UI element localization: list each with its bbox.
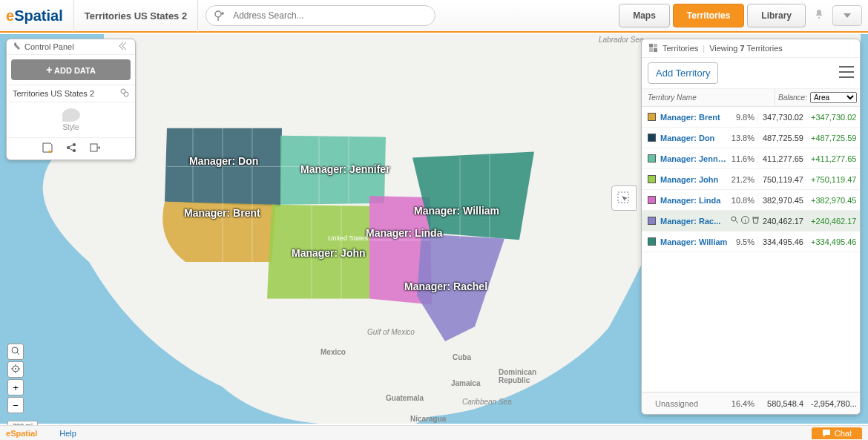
zoom-in-button[interactable]: +	[7, 379, 24, 395]
territory-pct: 9.8%	[728, 113, 757, 122]
territory-row[interactable]: Manager: Brenti9.8%347,730.02+347,730.02	[642, 107, 860, 128]
territory-row[interactable]: Manager: Jenniferi11.6%411,277.65+411,27…	[642, 148, 860, 169]
col-territory-name[interactable]: Territory Name	[642, 89, 775, 106]
svg-point-1	[818, 17, 820, 19]
unassigned-row: Unassigned 16.4% 580,548.4 -2,954,780...	[642, 392, 860, 414]
territories-panel: Territories | Viewing 7 Territories Add …	[641, 39, 861, 415]
territory-row[interactable]: Manager: Johni21.2%750,119.47+750,119.47	[642, 169, 860, 190]
unassigned-pct: 16.4%	[728, 399, 757, 408]
dataset-gear-icon[interactable]	[120, 88, 129, 99]
dataset-row[interactable]: Territories US States 2	[7, 85, 135, 102]
tab-maps[interactable]: Maps	[619, 4, 670, 27]
share-icon[interactable]	[66, 142, 76, 155]
crumb-root[interactable]: Territories	[662, 44, 698, 53]
territory-pct: 10.8%	[728, 196, 757, 205]
territory-name[interactable]: Manager: William	[660, 237, 728, 246]
zoom-controls: + −	[7, 344, 24, 413]
export-icon[interactable]	[90, 142, 100, 155]
logo-main: Spatial	[14, 7, 63, 24]
territory-value: 334,495.46	[757, 237, 806, 246]
territory-delta: +240,462.17	[806, 217, 860, 226]
save-icon[interactable]	[42, 142, 53, 155]
territory-name[interactable]: Manager: Linda	[660, 196, 728, 205]
territory-value: 382,970.45	[757, 196, 806, 205]
territory-delta: +750,119.47	[806, 175, 860, 184]
territory-name[interactable]: Manager: Jennifer	[660, 154, 728, 163]
territory-pct: 11.6%	[728, 154, 757, 163]
territory-delta: +487,725.59	[806, 134, 860, 142]
topbar: eSpatial Territories US States 2 Maps Te…	[0, 0, 868, 33]
panel-menu-icon[interactable]	[839, 65, 854, 82]
territory-name[interactable]: Manager: Rac...	[660, 217, 728, 226]
info-icon[interactable]: i	[741, 216, 749, 226]
territory-swatch	[648, 237, 656, 246]
dataset-name: Territories US States 2	[13, 89, 94, 98]
territory-name[interactable]: Manager: John	[660, 175, 728, 184]
crumb-viewing: Viewing 7 Territories	[709, 44, 783, 53]
logo: eSpatial	[6, 0, 74, 32]
collapse-icon[interactable]	[119, 42, 129, 51]
locate-button[interactable]	[7, 361, 24, 378]
help-link[interactable]: Help	[59, 429, 76, 438]
add-territory-button[interactable]: Add Territory	[648, 62, 718, 84]
territories-breadcrumb: Territories | Viewing 7 Territories	[642, 39, 860, 58]
territory-column-header: Territory Name Balance: Area	[642, 89, 860, 107]
add-data-button[interactable]: + ADD DATA	[11, 59, 131, 80]
chat-icon	[822, 429, 831, 438]
address-search[interactable]	[206, 5, 435, 26]
style-button[interactable]: Style	[7, 102, 135, 137]
territory-row[interactable]: Manager: Williami9.5%334,495.46+334,495.…	[642, 232, 860, 252]
svg-rect-13	[654, 44, 657, 47]
user-menu[interactable]	[832, 5, 862, 26]
panel-actions	[7, 137, 135, 160]
territory-row[interactable]: Manager: Rac...i6.8%240,462.17+240,462.1…	[642, 211, 860, 232]
chevron-down-icon	[844, 13, 851, 18]
territory-pct: 13.8%	[728, 134, 757, 142]
territory-name[interactable]: Manager: Brent	[660, 113, 728, 122]
control-panel-header: Control Panel	[7, 39, 135, 55]
territory-value: 347,730.02	[757, 113, 806, 122]
territory-name[interactable]: Manager: Don	[660, 134, 728, 142]
territory-swatch	[648, 175, 656, 183]
footer-logo: eSpatial	[6, 429, 37, 438]
territory-delta: +334,495.46	[806, 237, 860, 246]
territory-value: 411,277.65	[757, 154, 806, 163]
search-input[interactable]	[231, 10, 427, 22]
delete-icon[interactable]	[752, 216, 760, 226]
pin-plus-icon	[214, 10, 226, 22]
style-label: Style	[7, 123, 135, 131]
territory-delta: +382,970.45	[806, 196, 860, 205]
palette-icon	[62, 108, 80, 122]
balance-label: Balance:	[778, 93, 807, 102]
tab-territories[interactable]: Territories	[673, 4, 744, 27]
territory-swatch	[648, 134, 656, 142]
add-data-label: ADD DATA	[54, 66, 96, 75]
selection-tool[interactable]	[611, 185, 637, 211]
territory-pct: 21.2%	[728, 175, 757, 184]
svg-point-8	[12, 347, 18, 353]
unassigned-delta: -2,954,780...	[806, 399, 860, 408]
chat-button[interactable]: Chat	[812, 427, 862, 439]
svg-rect-7	[91, 144, 97, 151]
svg-rect-12	[649, 44, 653, 47]
territory-value: 487,725.59	[757, 134, 806, 142]
unassigned-label: Unassigned	[642, 399, 728, 408]
top-nav: Maps Territories Library	[619, 4, 862, 27]
territory-row[interactable]: Manager: Doni13.8%487,725.59+487,725.59	[642, 128, 860, 148]
zoom-fit-button[interactable]	[7, 344, 24, 360]
zoom-out-button[interactable]: −	[7, 397, 24, 413]
row-actions: i	[729, 216, 761, 226]
wrench-icon	[13, 42, 22, 51]
svg-point-0	[215, 11, 221, 17]
territory-swatch	[648, 196, 656, 204]
tab-library[interactable]: Library	[747, 4, 806, 27]
chat-label: Chat	[835, 429, 852, 438]
zoom-to-icon[interactable]	[731, 216, 739, 226]
notifications-icon[interactable]	[809, 9, 829, 22]
territory-value: 750,119.47	[757, 175, 806, 184]
territory-delta: +411,277.65	[806, 154, 860, 163]
svg-text:i: i	[745, 217, 746, 224]
territory-row[interactable]: Manager: Lindai10.8%382,970.45+382,970.4…	[642, 190, 860, 211]
balance-select[interactable]: Area	[810, 92, 857, 103]
territories-icon	[649, 44, 658, 53]
